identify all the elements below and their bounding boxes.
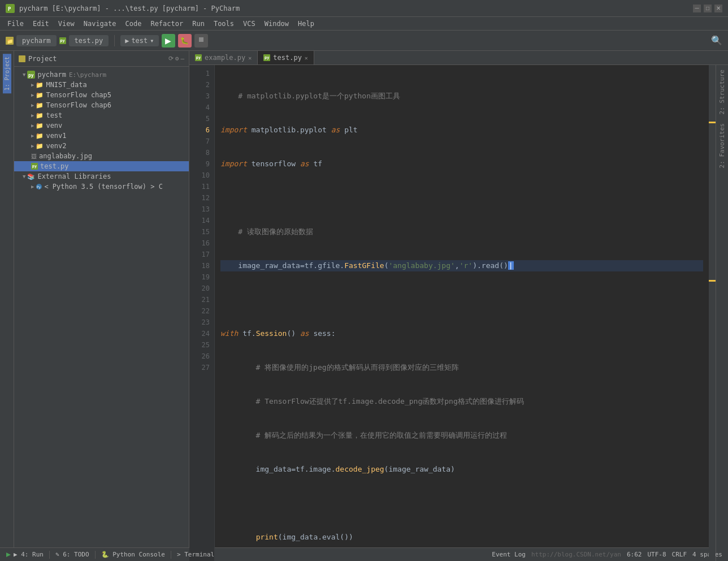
menu-edit[interactable]: Edit	[28, 19, 54, 29]
todo-label: ✎ 6: TODO	[55, 551, 89, 558]
menu-view[interactable]: View	[54, 19, 79, 29]
close-test-tab[interactable]: ✕	[305, 55, 308, 61]
tree-item-venv1[interactable]: ▶ 📁 venv1	[14, 131, 189, 141]
line-num-11: 11	[189, 181, 210, 192]
maximize-button[interactable]: □	[704, 5, 712, 12]
line-num-6: 6	[189, 124, 210, 136]
root-path: E:\pycharm	[69, 71, 106, 79]
run-bottom-icon	[6, 552, 11, 558]
structure-tab[interactable]: 2: Structure	[717, 65, 727, 119]
tab-test-py[interactable]: py test.py ✕	[258, 51, 314, 64]
svg-marker-11	[6, 553, 11, 557]
example-py-icon: py	[195, 54, 202, 61]
tree-item-venv2[interactable]: ▶ 📁 venv2	[14, 141, 189, 151]
svg-text:py: py	[28, 73, 34, 78]
encoding-text: UTF-8	[647, 551, 666, 558]
tab-test-py-label: test.py	[273, 54, 302, 62]
search-button[interactable]: 🔍	[711, 35, 722, 46]
line-num-26: 26	[189, 351, 210, 362]
tree-item-jpg[interactable]: 🖼 anglababy.jpg	[14, 151, 189, 161]
tree-item-testpy[interactable]: py test.py	[14, 161, 189, 171]
venv-label: venv	[46, 122, 62, 130]
tree-item-chap5[interactable]: ▶ 📁 TensorFlow chap5	[14, 90, 189, 100]
position-indicator[interactable]: 6:62	[627, 551, 642, 558]
run-config-chevron: ▾	[150, 37, 154, 45]
terminal-label: > Terminal	[177, 551, 214, 558]
venv2-label: venv2	[46, 142, 66, 150]
bottom-right: Event Log http://blog.CSDN.net/yan 6:62 …	[492, 551, 722, 558]
tree-item-venv[interactable]: ▶ 📁 venv	[14, 120, 189, 131]
indent-indicator[interactable]: 4 spaces	[692, 551, 722, 558]
menu-vcs[interactable]: VCS	[239, 19, 260, 29]
settings-icon[interactable]: ⚙	[175, 55, 179, 62]
tree-item-python[interactable]: ▶ Py < Python 3.5 (tensorflow) > C	[14, 182, 189, 192]
line-num-10: 10	[189, 170, 210, 181]
menu-window[interactable]: Window	[260, 19, 293, 29]
file-icon: py	[59, 37, 66, 44]
line-num-20: 20	[189, 283, 210, 294]
code-line-3: import tensorflow as tf	[220, 158, 703, 170]
python-label: < Python 3.5 (tensorflow) > C	[44, 183, 163, 191]
tab-example-py[interactable]: py example.py ✕	[189, 51, 258, 64]
hide-icon[interactable]: —	[180, 55, 184, 62]
panel-title: Project	[28, 55, 166, 63]
project-label: pycharm	[16, 35, 57, 46]
sync-icon[interactable]: ⟳	[168, 55, 174, 62]
right-scroll-markers	[709, 65, 716, 561]
run-button[interactable]: ▶	[162, 34, 175, 48]
line-num-24: 24	[189, 328, 210, 339]
menu-file[interactable]: File	[3, 19, 28, 29]
venv1-label: venv1	[46, 132, 66, 140]
svg-text:P: P	[8, 6, 11, 12]
stop-button[interactable]	[194, 34, 208, 48]
line-num-21: 21	[189, 294, 210, 305]
project-tree: ▼ py pycharm E:\pycharm ▶ 📁 MNIST_data ▶…	[14, 67, 189, 547]
menu-help[interactable]: Help	[293, 19, 319, 29]
right-sidebar: 2: Structure 2: Favorites	[716, 65, 728, 561]
run-config[interactable]: ▶ test ▾	[120, 35, 158, 46]
line-num-2: 2	[189, 79, 210, 90]
line-num-8: 8	[189, 147, 210, 158]
run-bottom-tab[interactable]: ▶ 4: Run	[6, 551, 44, 558]
app-icon: P	[6, 4, 15, 13]
mnist-label: MNIST_data	[46, 81, 86, 89]
menu-navigate[interactable]: Navigate	[79, 19, 121, 29]
line-num-4: 4	[189, 102, 210, 113]
bottom-sep-3	[171, 551, 171, 559]
encoding-indicator[interactable]: UTF-8	[647, 551, 666, 558]
menu-refactor[interactable]: Refactor	[146, 19, 188, 29]
toolbar: 📁 pycharm py test.py ▶ test ▾ ▶ 🐛 🔍	[0, 31, 728, 51]
code-line-4	[220, 192, 703, 204]
tree-item-root[interactable]: ▼ py pycharm E:\pycharm	[14, 70, 189, 80]
file-label: test.py	[69, 35, 109, 46]
debug-button[interactable]: 🐛	[178, 34, 192, 48]
line-num-14: 14	[189, 215, 210, 226]
line-sep-indicator[interactable]: CRLF	[672, 551, 687, 558]
menu-code[interactable]: Code	[121, 19, 146, 29]
minimize-button[interactable]: ─	[693, 5, 701, 12]
left-sidebar: 1: Project	[0, 51, 14, 547]
event-log[interactable]: Event Log	[492, 551, 526, 558]
tree-item-test-folder[interactable]: ▶ 📁 test	[14, 110, 189, 120]
tree-item-chap6[interactable]: ▶ 📁 TensorFlow chap6	[14, 100, 189, 110]
tree-item-mnist[interactable]: ▶ 📁 MNIST_data	[14, 80, 189, 90]
python-console-tab[interactable]: 🐍 Python Console	[101, 551, 165, 558]
menu-tools[interactable]: Tools	[209, 19, 239, 29]
favorites-tab[interactable]: 2: Favorites	[717, 119, 727, 172]
code-editor[interactable]: 1 2 3 4 5 6 7 8 9 10 11 12 13 14 15 16 1	[189, 65, 716, 561]
close-button[interactable]: ✕	[714, 5, 722, 12]
root-label: pycharm	[37, 71, 66, 79]
tree-item-ext-libs[interactable]: ▼ 📚 External Libraries	[14, 171, 189, 182]
todo-tab[interactable]: ✎ 6: TODO	[55, 551, 89, 558]
menu-run[interactable]: Run	[188, 19, 209, 29]
project-panel: Project ⟳ ⚙ — ▼ py pycharm E:\pycharm ▶ …	[14, 51, 189, 547]
project-tab[interactable]: 1: Project	[3, 54, 11, 93]
code-line-8: with tf.Session() as sess:	[220, 328, 703, 339]
panel-actions: ⟳ ⚙ —	[168, 55, 184, 62]
code-content[interactable]: # matplotlib.pyplot是一个python画图工具 import …	[215, 65, 709, 561]
main-area: 1: Project Project ⟳ ⚙ — ▼ py pycharm E:…	[0, 51, 728, 547]
line-num-23: 23	[189, 317, 210, 328]
terminal-tab[interactable]: > Terminal	[177, 551, 214, 558]
line-num-9: 9	[189, 158, 210, 170]
close-example-tab[interactable]: ✕	[248, 55, 252, 61]
